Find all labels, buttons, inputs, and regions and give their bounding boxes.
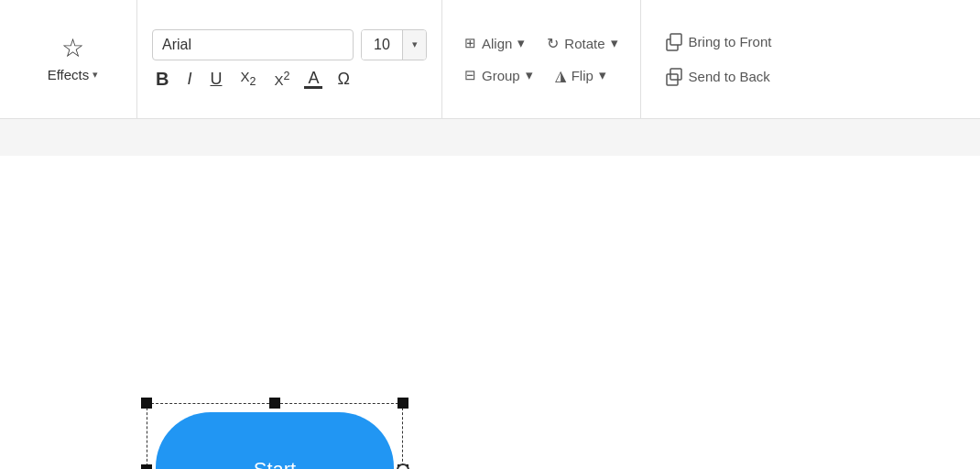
bold-button[interactable]: B <box>152 68 172 90</box>
canvas-inner[interactable]: Start ↖ <box>0 156 980 469</box>
send-to-back-row: Send to Back <box>656 63 779 91</box>
rotate-label: Rotate <box>564 36 604 51</box>
toolbar: ☆ Effects ▾ ▾ B I U X2 X2 A Ω <box>0 0 980 119</box>
bring-to-front-icon <box>663 32 683 52</box>
effects-chevron-icon: ▾ <box>93 69 98 81</box>
group-label: Group <box>482 68 520 83</box>
start-shape[interactable]: Start <box>156 412 394 469</box>
handle-top-middle[interactable] <box>269 398 280 409</box>
flip-label: Flip <box>572 68 593 83</box>
group-chevron-icon: ▾ <box>526 67 533 83</box>
bring-to-front-label: Bring to Front <box>689 34 772 49</box>
font-size-dropdown[interactable]: ▾ <box>402 30 426 60</box>
rotate-icon: ↻ <box>547 35 559 52</box>
rotate-button[interactable]: ↻ Rotate ▾ <box>539 31 625 56</box>
rotate-chevron-icon: ▾ <box>611 35 618 51</box>
svg-rect-1 <box>670 34 681 45</box>
underline-button[interactable]: U <box>206 69 225 89</box>
shape-container[interactable]: Start <box>147 403 403 469</box>
effects-label-row: Effects ▾ <box>48 67 99 82</box>
handle-top-right[interactable] <box>397 398 408 409</box>
right-section: Bring to Front Send to Back <box>641 0 794 118</box>
font-size-input[interactable] <box>362 30 402 60</box>
font-row1: ▾ <box>152 29 427 60</box>
align-button[interactable]: ⊞ Align ▾ <box>457 31 532 55</box>
italic-button[interactable]: I <box>183 69 195 89</box>
handle-middle-left[interactable] <box>141 464 152 470</box>
handle-top-left[interactable] <box>141 398 152 409</box>
start-shape-label: Start <box>254 458 296 470</box>
special-char-button[interactable]: Ω <box>333 69 353 89</box>
superscript-button[interactable]: X2 <box>270 69 293 89</box>
send-to-back-icon <box>663 67 683 87</box>
flip-button[interactable]: ◮ Flip ▾ <box>548 63 614 88</box>
font-size-wrapper: ▾ <box>361 29 427 60</box>
middle-section: ⊞ Align ▾ ↻ Rotate ▾ ⊟ Group ▾ ◮ Flip ▾ <box>442 0 641 118</box>
font-name-input[interactable] <box>152 29 354 60</box>
font-row2: B I U X2 X2 A Ω <box>152 68 427 90</box>
effects-star-icon: ☆ <box>61 36 84 61</box>
group-button[interactable]: ⊟ Group ▾ <box>457 63 540 87</box>
group-flip-row: ⊟ Group ▾ ◮ Flip ▾ <box>457 63 626 88</box>
align-label: Align <box>482 36 512 51</box>
flip-chevron-icon: ▾ <box>599 67 606 83</box>
bring-to-front-button[interactable]: Bring to Front <box>656 28 779 56</box>
subscript-button[interactable]: X2 <box>236 68 259 90</box>
align-icon: ⊞ <box>464 35 476 51</box>
font-section: ▾ B I U X2 X2 A Ω <box>137 0 442 118</box>
send-to-back-button[interactable]: Send to Back <box>656 63 778 91</box>
bring-to-front-row: Bring to Front <box>656 28 779 56</box>
canvas-area[interactable]: Start ↖ <box>0 119 980 469</box>
align-rotate-row: ⊞ Align ▾ ↻ Rotate ▾ <box>457 31 626 56</box>
font-size-chevron-icon: ▾ <box>412 38 418 50</box>
group-icon: ⊟ <box>464 67 476 83</box>
align-chevron-icon: ▾ <box>517 35 525 51</box>
flip-icon: ◮ <box>555 67 566 84</box>
text-color-button[interactable]: A <box>304 68 322 89</box>
text-color-icon: A <box>308 69 319 87</box>
send-to-back-label: Send to Back <box>689 69 770 84</box>
effects-label-text: Effects <box>48 67 90 82</box>
effects-section[interactable]: ☆ Effects ▾ <box>9 0 137 118</box>
